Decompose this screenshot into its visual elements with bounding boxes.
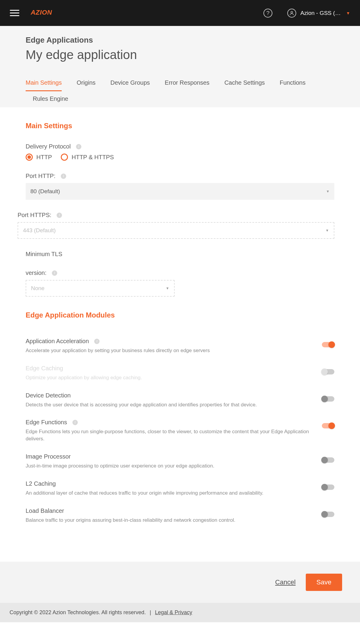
page-title: My edge application	[26, 48, 334, 62]
label-port-https: Port HTTPS: i	[18, 212, 62, 219]
module-row: Image ProcessorJust-in-time image proces…	[26, 448, 334, 475]
toggle[interactable]	[322, 396, 334, 402]
info-icon[interactable]: i	[52, 270, 57, 276]
footer: Copyright © 2022 Azion Technologies. All…	[0, 603, 360, 622]
info-icon[interactable]: i	[57, 213, 62, 218]
toggle[interactable]	[322, 423, 334, 428]
module-title: Edge Caching	[26, 365, 310, 372]
user-label[interactable]: Azion - GSS (…	[300, 10, 341, 16]
tabs: Main Settings Origins Device Groups Erro…	[26, 75, 334, 107]
module-row: Device DetectionDetects the user device …	[26, 387, 334, 414]
copyright-text: Copyright © 2022 Azion Technologies. All…	[10, 609, 146, 615]
breadcrumb: Edge Applications	[26, 35, 334, 45]
svg-text:AZION: AZION	[31, 8, 52, 16]
radio-delivery-protocol: HTTP HTTP & HTTPS	[26, 154, 334, 161]
module-desc: Detects the user device that is accessin…	[26, 401, 310, 408]
module-title: Device Detection	[26, 392, 310, 399]
toggle	[322, 369, 334, 374]
chevron-down-icon[interactable]: ▼	[346, 11, 350, 16]
select-port-https: 443 (Default) ▼	[18, 222, 334, 239]
module-row: Load BalancerBalance traffic to your ori…	[26, 502, 334, 529]
module-title: Application Accelerationi	[26, 338, 310, 345]
tab-cache-settings[interactable]: Cache Settings	[224, 75, 265, 91]
module-desc: Edge Functions lets you run single-purpo…	[26, 428, 310, 442]
chevron-down-icon: ▼	[325, 228, 329, 233]
module-desc: Balance traffic to your origins assuring…	[26, 517, 310, 524]
label-port-http: Port HTTP: i	[26, 173, 66, 179]
avatar-icon[interactable]	[287, 9, 296, 18]
toggle[interactable]	[322, 342, 334, 347]
label-min-tls1: Minimum TLS	[26, 251, 334, 258]
label-min-tls2: version: i	[26, 270, 57, 276]
tab-main-settings[interactable]: Main Settings	[26, 75, 62, 91]
module-row: L2 CachingAn additional layer of cache t…	[26, 475, 334, 502]
module-row: Edge FunctionsiEdge Functions lets you r…	[26, 414, 334, 448]
svg-point-1	[291, 11, 293, 13]
tab-rules-engine[interactable]: Rules Engine	[33, 91, 68, 107]
select-port-http[interactable]: 80 (Default) ▼	[26, 183, 334, 200]
chevron-down-icon: ▼	[326, 189, 330, 193]
module-title: L2 Caching	[26, 480, 310, 487]
module-desc: Just-in-time image processing to optimiz…	[26, 462, 310, 470]
toggle[interactable]	[322, 457, 334, 463]
tab-error-responses[interactable]: Error Responses	[165, 75, 210, 91]
toggle[interactable]	[322, 484, 334, 490]
module-row: Edge CachingOptimize your application by…	[26, 360, 334, 387]
logo[interactable]: AZION	[31, 8, 69, 18]
tab-origins[interactable]: Origins	[77, 75, 95, 91]
actions-bar: Cancel Save	[0, 562, 360, 603]
module-desc: Accelerate your application by setting y…	[26, 347, 310, 354]
tab-functions[interactable]: Functions	[280, 75, 306, 91]
help-icon[interactable]: ?	[263, 9, 272, 18]
save-button[interactable]: Save	[306, 574, 342, 591]
info-icon[interactable]: i	[72, 420, 78, 425]
module-title: Edge Functionsi	[26, 419, 310, 426]
section-main-settings: Main Settings	[26, 122, 334, 130]
radio-http[interactable]: HTTP	[26, 154, 52, 161]
module-row: Application AccelerationiAccelerate your…	[26, 332, 334, 360]
module-title: Image Processor	[26, 453, 310, 460]
info-icon[interactable]: i	[94, 339, 100, 344]
toggle[interactable]	[322, 512, 334, 517]
cancel-button[interactable]: Cancel	[275, 578, 295, 586]
module-desc: Optimize your application by allowing ed…	[26, 374, 310, 381]
label-delivery-protocol: Delivery Protocol i	[26, 143, 81, 150]
info-icon[interactable]: i	[76, 144, 81, 149]
section-modules: Edge Application Modules	[26, 311, 334, 319]
legal-link[interactable]: Legal & Privacy	[155, 609, 192, 615]
menu-icon[interactable]	[10, 8, 19, 18]
topbar: AZION ? Azion - GSS (… ▼	[0, 0, 360, 26]
page-header: Edge Applications My edge application Ma…	[0, 26, 360, 107]
info-icon[interactable]: i	[61, 174, 66, 179]
select-min-tls: None ▼	[26, 280, 175, 297]
chevron-down-icon: ▼	[166, 286, 169, 290]
tab-device-groups[interactable]: Device Groups	[111, 75, 150, 91]
content: Main Settings Delivery Protocol i HTTP H…	[0, 107, 360, 562]
module-title: Load Balancer	[26, 507, 310, 514]
radio-http-https[interactable]: HTTP & HTTPS	[61, 154, 114, 161]
module-desc: An additional layer of cache that reduce…	[26, 490, 310, 497]
